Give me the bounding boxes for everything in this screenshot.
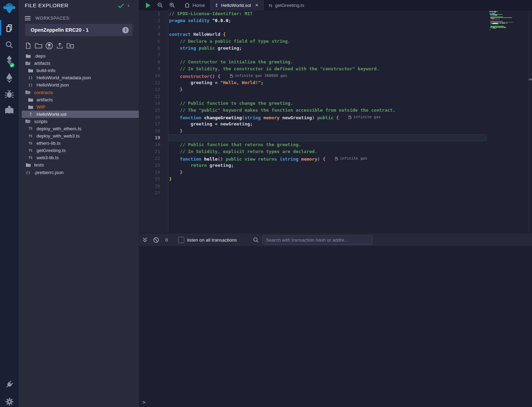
zoom-in-icon[interactable] (169, 2, 175, 8)
code-line-9[interactable]: // In Solidity, the constructor is defin… (168, 65, 487, 72)
minimap[interactable] (489, 11, 529, 233)
tree-item-artifacts[interactable]: artifacts (19, 60, 139, 67)
file-explorer-icon[interactable] (0, 21, 19, 34)
file-explorer-toolbar (25, 42, 74, 49)
code-line-16[interactable]: function changeGreeting(string memory ne… (168, 114, 487, 121)
workspace-name: OpenZeppelin ERC20 - 1 (31, 27, 88, 33)
tree-item-wip[interactable]: WIP (19, 103, 139, 111)
tree-item-label: ethers-lib.ts (36, 141, 61, 146)
tree-item-scripts[interactable]: scripts (19, 118, 139, 125)
line-number: 10 (139, 72, 168, 79)
tree-item-helloworld-sol[interactable]: HelloWorld.sol (22, 111, 139, 118)
settings-gear-icon[interactable] (0, 396, 19, 407)
tree-item-deploy-with-web3-ts[interactable]: TSdeploy_with_web3.ts (19, 132, 139, 140)
line-number: 17 (139, 121, 168, 128)
tree-item-label: HelloWorld.json (36, 82, 69, 88)
editor-scrollbar[interactable] (529, 10, 532, 233)
line-number: 25 (139, 176, 168, 183)
terminal-collapse-icon[interactable] (143, 237, 147, 243)
run-script-play-icon[interactable] (146, 2, 151, 8)
code-line-1[interactable]: // SPDX-License-Identifier: MIT (168, 10, 487, 17)
activity-bar (0, 0, 19, 407)
plugin-manager-plug-icon[interactable] (0, 378, 19, 391)
gas-estimate-hint: infinite gas (335, 155, 367, 162)
code-line-12[interactable]: } (168, 86, 487, 93)
deploy-and-run-icon[interactable] (0, 72, 19, 84)
folder-open-icon (25, 90, 31, 94)
code-line-7[interactable] (168, 52, 487, 59)
tree-item-deploy-with-ethers-ts[interactable]: TSdeploy_with_ethers.ts (19, 125, 139, 132)
code-line-22[interactable]: function hello() public view returns (st… (168, 155, 487, 162)
code-line-11[interactable]: greeting = "Hello, World!"; (168, 79, 487, 86)
code-line-5[interactable]: // Declare a public field of type string… (168, 38, 487, 45)
tree-item-artifacts[interactable]: artifacts (19, 96, 139, 103)
upload-file-icon[interactable] (56, 42, 63, 49)
code-line-21[interactable]: // In Solidity, explicit return types ar… (168, 148, 487, 155)
listen-transactions-checkbox[interactable] (178, 237, 184, 243)
code-line-23[interactable]: return greeting; (168, 162, 487, 169)
code-line-10[interactable]: constructor() {infinite gas 368600 gas (168, 72, 487, 79)
search-icon[interactable] (0, 39, 19, 51)
terminal-toolbar: 0 listen on all transactions (139, 233, 532, 246)
tree-item--prettierrc-json[interactable]: ().prettierrc.json (19, 169, 139, 176)
code-line-27[interactable] (168, 190, 487, 196)
code-line-13[interactable] (168, 93, 487, 100)
code-line-19[interactable] (168, 134, 487, 141)
learneth-book-icon[interactable] (0, 104, 19, 116)
tree-item-web3-lib-ts[interactable]: TSweb3-lib.ts (19, 154, 139, 161)
editor-code[interactable]: // SPDX-License-Identifier: MITpragma so… (168, 10, 487, 233)
workspace-select[interactable]: OpenZeppelin ERC20 - 1 (25, 24, 133, 36)
code-line-3[interactable] (168, 24, 487, 31)
tree-item-tests[interactable]: tests (19, 161, 139, 169)
line-number: 5 (139, 38, 168, 45)
tree-item-ethers-lib-ts[interactable]: TSethers-lib.ts (19, 140, 139, 147)
tree-item--deps[interactable]: .deps (19, 52, 139, 60)
code-line-17[interactable]: greeting = newGreeting; (168, 121, 487, 128)
tab-home[interactable]: Home (180, 0, 210, 10)
code-line-26[interactable] (168, 183, 487, 190)
line-number: 23 (139, 162, 168, 169)
tree-item-label: HelloWorld.sol (36, 112, 66, 117)
terminal-search-icon (253, 237, 259, 243)
code-editor[interactable]: 1234567891011121314151617181920212223242… (139, 10, 532, 233)
tree-item-helloworld-json[interactable]: ()HelloWorld.json (19, 81, 139, 89)
code-line-4[interactable]: contract HelloWorld { (168, 31, 487, 38)
debugger-bug-icon[interactable] (0, 88, 19, 100)
code-line-18[interactable]: } (168, 128, 487, 134)
tab-getgreeting-ts[interactable]: TSgetGreeting.ts (264, 0, 310, 10)
transaction-search-input[interactable] (262, 235, 373, 245)
line-number: 13 (139, 93, 168, 100)
new-folder-icon[interactable] (35, 42, 42, 49)
zoom-out-icon[interactable] (157, 2, 163, 8)
clone-github-icon[interactable] (45, 42, 53, 49)
code-line-2[interactable]: pragma solidity ^0.8.0; (168, 17, 487, 24)
listen-transactions-label[interactable]: listen on all transactions (187, 237, 237, 243)
ts-icon: TS (28, 134, 33, 138)
tab-helloworld-sol[interactable]: HelloWorld.sol✕ (210, 0, 264, 10)
tree-item-contracts[interactable]: contracts (19, 89, 139, 96)
new-file-icon[interactable] (25, 42, 32, 49)
code-line-25[interactable]: } (168, 176, 487, 183)
terminal-output[interactable]: > (139, 246, 532, 407)
folder-icon (25, 54, 31, 58)
tree-item-helloworld-metadata-json[interactable]: ()HelloWorld_metadata.json (19, 74, 139, 81)
code-line-24[interactable]: } (168, 169, 487, 176)
code-line-6[interactable]: string public greeting; (168, 45, 487, 52)
code-line-15[interactable]: // The "public" keyword makes the functi… (168, 107, 487, 114)
tree-item-build-info[interactable]: build-info (19, 67, 139, 74)
solidity-compiler-icon[interactable] (0, 54, 19, 68)
code-line-14[interactable]: // Public function to change the greetin… (168, 100, 487, 107)
editor-gutter[interactable]: 1234567891011121314151617181920212223242… (139, 10, 168, 233)
scrollbar-thumb[interactable] (529, 79, 532, 80)
workspaces-menu-icon[interactable] (25, 15, 31, 21)
file-tree: .depsartifactsbuild-info()HelloWorld_met… (19, 52, 139, 176)
close-tab-icon[interactable]: ✕ (255, 3, 259, 8)
tree-item-getgreeting-ts[interactable]: TSgetGreeting.ts (19, 147, 139, 154)
upload-folder-icon[interactable] (66, 42, 74, 49)
terminal-clear-icon[interactable] (153, 237, 159, 243)
remix-logo-icon[interactable] (0, 2, 19, 16)
panel-expand-chevron-icon[interactable]: › (127, 2, 129, 9)
code-line-20[interactable]: // Public function that returns the gree… (168, 141, 487, 148)
code-line-8[interactable]: // Constructor to initialize the greetin… (168, 59, 487, 65)
solidity-icon (28, 112, 33, 116)
